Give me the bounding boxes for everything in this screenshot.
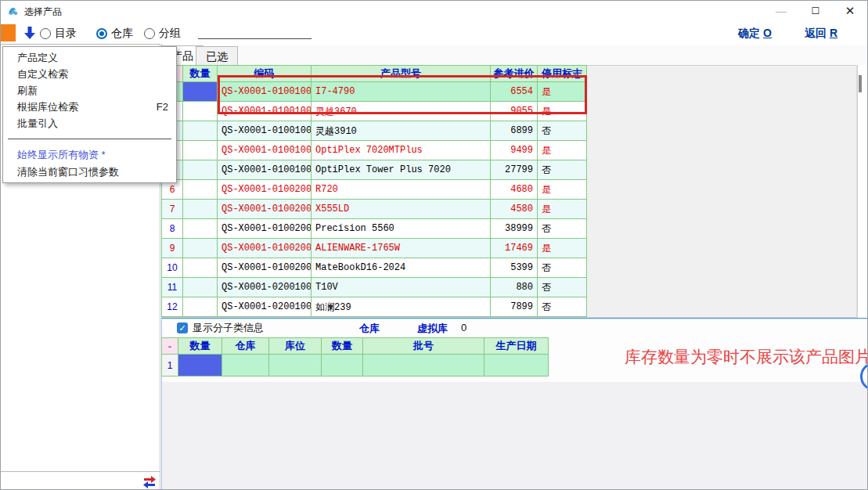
price-cell[interactable]: 4580 xyxy=(491,200,538,219)
code-cell[interactable]: QS-X0001-01002005 xyxy=(218,258,312,278)
code-cell[interactable]: QS-X0001-01002003 xyxy=(218,219,312,239)
detail-col-qty2[interactable]: 数量 xyxy=(322,337,363,355)
detail-col-qty[interactable]: 数量 xyxy=(178,337,222,355)
price-cell[interactable]: 27799 xyxy=(491,160,538,180)
detail-cell-batch[interactable] xyxy=(363,355,484,377)
row-number-cell[interactable]: 12 xyxy=(161,297,183,317)
product-row[interactable]: 4QS-X0001-01001004OptiPlex 7020MTPlus949… xyxy=(161,141,587,160)
menu-item[interactable]: 自定义检索 xyxy=(3,66,176,82)
product-row[interactable]: 6QS-X0001-01002001R7204680是 xyxy=(161,180,587,200)
qty-cell[interactable] xyxy=(183,297,218,317)
flag-cell[interactable]: 否 xyxy=(538,278,587,297)
detail-col-warehouse[interactable]: 仓库 xyxy=(222,337,269,355)
menu-item[interactable]: 刷新 xyxy=(3,82,176,99)
radio-catalog[interactable]: 目录 xyxy=(40,26,77,41)
flag-cell[interactable]: 否 xyxy=(538,258,587,278)
menu-item[interactable]: 清除当前窗口习惯参数 xyxy=(3,164,176,181)
close-button[interactable]: ✕ xyxy=(833,1,867,21)
model-cell[interactable]: OptiPlex 7020MTPlus xyxy=(312,141,491,160)
detail-col-location[interactable]: 库位 xyxy=(269,337,322,355)
qty-cell[interactable] xyxy=(183,219,218,239)
qty-cell[interactable] xyxy=(183,200,218,219)
model-cell[interactable]: T10V xyxy=(312,278,491,297)
product-row[interactable]: 7QS-X0001-01002002X555LD4580是 xyxy=(161,200,587,219)
back-button[interactable]: 返回R xyxy=(805,27,837,41)
menu-item[interactable]: 产品定义 xyxy=(3,49,176,66)
price-cell[interactable]: 17469 xyxy=(491,239,538,258)
search-input[interactable] xyxy=(198,26,312,39)
col-header-qty[interactable]: 数量 xyxy=(183,65,218,82)
row-number-cell[interactable]: 7 xyxy=(161,200,183,219)
code-cell[interactable]: QS-X0001-01002004 xyxy=(218,239,312,258)
flag-cell[interactable]: 是 xyxy=(538,239,587,258)
model-cell[interactable]: R720 xyxy=(312,180,491,200)
qty-cell[interactable] xyxy=(183,102,218,121)
detail-col-batch[interactable]: 批号 xyxy=(363,337,484,355)
radio-group[interactable]: 分组 xyxy=(144,26,181,41)
price-cell[interactable]: 7899 xyxy=(491,297,538,317)
qty-cell[interactable] xyxy=(183,180,218,200)
product-row[interactable]: 11QS-X0001-02001001T10V880否 xyxy=(161,278,587,297)
code-cell[interactable]: QS-X0001-01002002 xyxy=(218,200,312,219)
row-number-cell[interactable]: 9 xyxy=(161,239,183,258)
vertical-scrollbar-thumb[interactable] xyxy=(859,75,862,92)
flag-cell[interactable]: 是 xyxy=(538,141,587,160)
detail-col-date[interactable]: 生产日期 xyxy=(484,337,549,355)
radio-warehouse[interactable]: 仓库 xyxy=(96,26,133,41)
code-cell[interactable]: QS-X0001-01001003 xyxy=(218,121,312,141)
model-cell[interactable]: 灵越3910 xyxy=(312,121,491,141)
row-number-cell[interactable]: 8 xyxy=(161,219,183,239)
model-cell[interactable]: Precision 5560 xyxy=(312,219,491,239)
product-row[interactable]: 12QS-X0001-02001002如澜2397899否 xyxy=(161,297,587,317)
model-cell[interactable]: MateBookD16-2024 xyxy=(312,258,491,278)
download-arrow-icon[interactable] xyxy=(23,26,36,40)
flag-cell[interactable]: 是 xyxy=(538,200,587,219)
price-cell[interactable]: 880 xyxy=(491,278,538,297)
tab-selected[interactable]: 已选 xyxy=(196,46,238,65)
qty-cell[interactable] xyxy=(183,278,218,297)
model-cell[interactable]: OptiPlex Tower Plus 7020 xyxy=(312,160,491,180)
product-row[interactable]: 10QS-X0001-01002005MateBookD16-20245399否 xyxy=(161,258,587,278)
detail-cell-qty-selected[interactable] xyxy=(178,355,222,377)
detail-cell-qty2[interactable] xyxy=(322,355,363,377)
row-number-cell[interactable]: 10 xyxy=(161,258,183,278)
qty-cell[interactable] xyxy=(183,82,218,102)
model-cell[interactable]: X555LD xyxy=(312,200,491,219)
qty-cell[interactable] xyxy=(183,258,218,278)
code-cell[interactable]: QS-X0001-02001002 xyxy=(218,297,312,317)
qty-cell[interactable] xyxy=(183,160,218,180)
price-cell[interactable]: 9499 xyxy=(491,141,538,160)
show-subclass-checkbox[interactable]: ✓ 显示分子类信息 xyxy=(177,321,264,335)
price-cell[interactable]: 5399 xyxy=(491,258,538,278)
code-cell[interactable]: QS-X0001-01001004 xyxy=(218,141,312,160)
flag-cell[interactable]: 否 xyxy=(538,297,587,317)
detail-cell-warehouse[interactable] xyxy=(222,355,269,377)
detail-cell-location[interactable] xyxy=(269,355,322,377)
product-row[interactable]: 5QS-X0001-01001005OptiPlex Tower Plus 70… xyxy=(161,160,587,180)
product-row[interactable]: 9QS-X0001-01002004ALIENWARE-1765W17469是 xyxy=(161,239,587,258)
product-row[interactable]: 8QS-X0001-01002003Precision 556038999否 xyxy=(161,219,587,239)
price-cell[interactable]: 4680 xyxy=(491,180,538,200)
code-cell[interactable]: QS-X0001-01002001 xyxy=(218,180,312,200)
price-cell[interactable]: 6899 xyxy=(491,121,538,141)
maximize-button[interactable]: ☐ xyxy=(798,1,833,21)
flag-cell[interactable]: 否 xyxy=(538,160,587,180)
flag-cell[interactable]: 是 xyxy=(538,180,587,200)
minimize-button[interactable]: — xyxy=(764,1,798,21)
menu-item[interactable]: 始终显示所有物资 * xyxy=(3,146,176,164)
price-cell[interactable]: 38999 xyxy=(491,219,538,239)
detail-cell-date[interactable] xyxy=(484,355,549,377)
product-row[interactable]: 3QS-X0001-01001003灵越39106899否 xyxy=(161,121,587,141)
qty-cell[interactable] xyxy=(183,141,218,160)
flag-cell[interactable]: 否 xyxy=(538,121,587,141)
confirm-button[interactable]: 确定O xyxy=(738,27,772,41)
vertical-scrollbar-track[interactable] xyxy=(856,65,857,317)
menu-item[interactable]: 根据库位检索F2 xyxy=(3,99,176,115)
detail-col-dash[interactable]: - xyxy=(161,337,178,355)
model-cell[interactable]: 如澜239 xyxy=(312,297,491,317)
qty-cell[interactable] xyxy=(183,121,218,141)
qty-cell[interactable] xyxy=(183,239,218,258)
code-cell[interactable]: QS-X0001-01001005 xyxy=(218,160,312,180)
code-cell[interactable]: QS-X0001-02001001 xyxy=(218,278,312,297)
swap-arrows-icon[interactable] xyxy=(142,475,157,488)
